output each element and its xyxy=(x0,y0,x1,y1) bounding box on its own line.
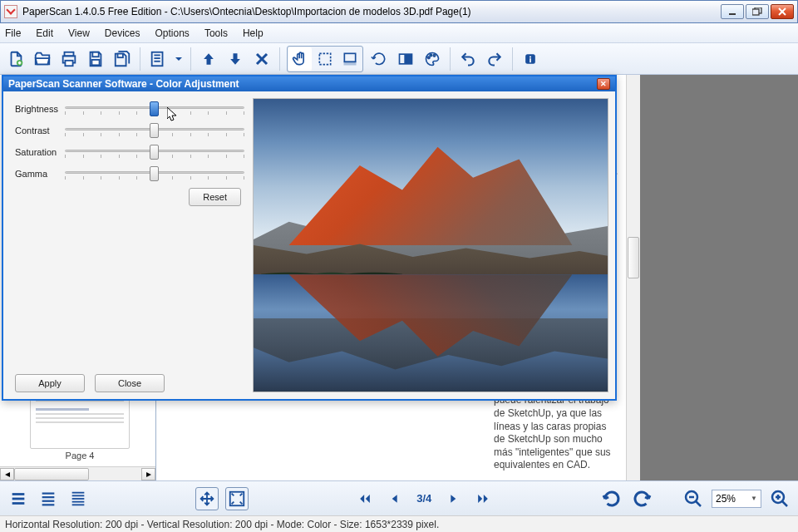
svg-rect-22 xyxy=(406,54,412,64)
fit-page-icon[interactable] xyxy=(225,487,249,510)
toolbar-separator xyxy=(450,47,451,71)
dialog-close-button[interactable]: ✕ xyxy=(597,78,610,90)
svg-rect-11 xyxy=(118,53,123,57)
zoom-value: 25% xyxy=(716,493,736,505)
scroll-right-icon[interactable]: ▸ xyxy=(141,468,155,480)
slider-thumb[interactable] xyxy=(150,166,159,181)
slider-thumb[interactable] xyxy=(150,101,159,116)
rotate-zoom-group: 25% ▼ xyxy=(600,487,791,510)
saturation-slider[interactable] xyxy=(65,143,244,161)
view-list-medium-icon[interactable] xyxy=(37,487,60,510)
scrollbar-thumb[interactable] xyxy=(14,468,89,480)
print-icon[interactable] xyxy=(58,48,80,70)
svg-rect-8 xyxy=(65,60,72,65)
dialog-titlebar[interactable]: PaperScan Scanner Software - Color Adjus… xyxy=(3,76,615,91)
svg-rect-9 xyxy=(92,52,98,57)
toolbar-separator xyxy=(512,47,513,71)
menu-file[interactable]: File xyxy=(5,27,21,39)
gamma-label: Gamma xyxy=(15,169,65,179)
menu-view[interactable]: View xyxy=(68,27,90,39)
move-up-icon[interactable] xyxy=(198,48,219,70)
thumbnail-label: Page 4 xyxy=(30,451,130,461)
marquee-tool-icon[interactable] xyxy=(313,47,337,71)
delete-icon[interactable] xyxy=(251,48,273,70)
fit-group xyxy=(195,487,249,510)
slider-thumb[interactable] xyxy=(150,123,159,138)
view-list-large-icon[interactable] xyxy=(7,487,30,510)
save-icon[interactable] xyxy=(85,48,106,70)
main-toolbar xyxy=(0,43,798,75)
redo-icon[interactable] xyxy=(484,48,505,70)
maximize-button[interactable] xyxy=(746,4,769,19)
reset-button[interactable]: Reset xyxy=(189,188,241,206)
svg-rect-0 xyxy=(729,13,736,15)
scrollbar-thumb[interactable] xyxy=(628,237,639,278)
move-down-icon[interactable] xyxy=(224,48,246,70)
app-icon xyxy=(4,5,17,18)
scroll-left-icon[interactable]: ◂ xyxy=(0,468,14,480)
svg-point-24 xyxy=(430,54,432,57)
prev-page-icon[interactable] xyxy=(383,487,406,510)
save-all-icon[interactable] xyxy=(111,48,133,70)
hand-tool-icon[interactable] xyxy=(288,47,312,71)
page-list-dropdown-icon[interactable] xyxy=(174,48,184,70)
svg-point-23 xyxy=(428,57,431,59)
document-scrollbar[interactable] xyxy=(626,75,640,480)
first-page-icon[interactable] xyxy=(353,487,377,510)
undo-icon[interactable] xyxy=(457,48,479,70)
zoom-level-select[interactable]: 25% ▼ xyxy=(712,490,761,508)
status-bar: Horizontal Resolution: 200 dpi - Vertica… xyxy=(0,515,798,532)
minimize-button[interactable] xyxy=(721,4,744,19)
menu-devices[interactable]: Devices xyxy=(105,27,140,39)
svg-point-27 xyxy=(530,56,531,57)
svg-rect-2 xyxy=(752,9,759,15)
menu-bar: File Edit View Devices Options Tools Hel… xyxy=(0,23,798,43)
apply-button[interactable]: Apply xyxy=(15,374,85,392)
color-adjustment-dialog: PaperScan Scanner Software - Color Adjus… xyxy=(2,75,617,401)
svg-rect-18 xyxy=(319,53,330,64)
info-icon[interactable] xyxy=(520,48,541,70)
menu-help[interactable]: Help xyxy=(243,27,264,39)
fit-width-icon[interactable] xyxy=(195,487,219,510)
svg-rect-21 xyxy=(400,54,406,64)
slider-thumb[interactable] xyxy=(150,145,159,160)
view-list-small-icon[interactable] xyxy=(66,487,90,510)
svg-rect-20 xyxy=(344,62,355,64)
brightness-slider-row: Brightness xyxy=(15,98,244,120)
saturation-slider-row: Saturation xyxy=(15,141,244,163)
open-icon[interactable] xyxy=(32,48,53,70)
crop-tool-icon[interactable] xyxy=(338,47,362,71)
canvas-background xyxy=(640,75,798,480)
brightness-slider[interactable] xyxy=(65,100,244,118)
last-page-icon[interactable] xyxy=(471,487,495,510)
rotate-ccw-icon[interactable] xyxy=(600,487,623,510)
title-bar: PaperScan 1.4.0.5 Free Edition - C:\User… xyxy=(0,0,798,23)
new-page-icon[interactable] xyxy=(5,48,27,70)
page-nav-group: 3/4 xyxy=(353,487,495,510)
flip-icon[interactable] xyxy=(395,48,416,70)
svg-rect-19 xyxy=(344,53,355,62)
toolbar-separator xyxy=(140,47,140,71)
page-list-icon[interactable] xyxy=(147,48,169,70)
selection-tool-group xyxy=(287,46,363,72)
thumbnail-scrollbar[interactable]: ◂ ▸ xyxy=(0,466,155,480)
svg-rect-28 xyxy=(530,58,531,62)
contrast-slider[interactable] xyxy=(65,121,244,140)
toolbar-separator xyxy=(279,47,280,71)
close-button[interactable] xyxy=(771,4,794,19)
gamma-slider[interactable] xyxy=(65,165,244,183)
rotate-icon[interactable] xyxy=(368,48,390,70)
toolbar-separator xyxy=(190,47,191,71)
menu-options[interactable]: Options xyxy=(155,27,190,39)
menu-edit[interactable]: Edit xyxy=(36,27,53,39)
color-palette-icon[interactable] xyxy=(421,48,443,70)
menu-tools[interactable]: Tools xyxy=(204,27,228,39)
zoom-out-icon[interactable] xyxy=(682,487,705,510)
rotate-cw-icon[interactable] xyxy=(630,487,653,510)
next-page-icon[interactable] xyxy=(441,487,465,510)
dropdown-icon: ▼ xyxy=(751,495,757,502)
contrast-slider-row: Contrast xyxy=(15,120,244,141)
close-button[interactable]: Close xyxy=(95,374,165,392)
gamma-slider-row: Gamma xyxy=(15,163,244,185)
zoom-in-icon[interactable] xyxy=(768,487,791,510)
